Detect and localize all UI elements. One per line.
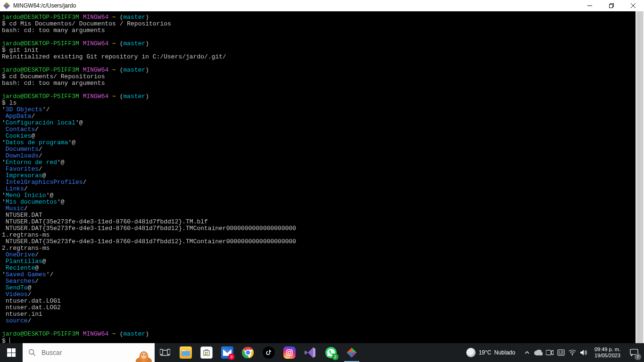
window-title: MINGW64:/c/Users/jardo bbox=[13, 2, 76, 9]
svg-rect-38 bbox=[546, 350, 551, 355]
svg-rect-22 bbox=[207, 352, 208, 354]
onedrive-icon bbox=[534, 350, 543, 355]
svg-marker-36 bbox=[352, 353, 357, 358]
search-mascot bbox=[133, 343, 155, 362]
svg-rect-18 bbox=[167, 349, 170, 354]
windows-logo-icon bbox=[7, 348, 16, 357]
svg-point-45 bbox=[572, 354, 573, 355]
instagram-icon bbox=[283, 346, 296, 359]
mail-button[interactable]: 9 bbox=[217, 343, 238, 362]
instagram-button[interactable] bbox=[279, 343, 300, 362]
search-icon bbox=[23, 349, 41, 356]
ime-button[interactable] bbox=[556, 343, 566, 362]
scrollbar-thumb[interactable] bbox=[636, 11, 643, 343]
svg-rect-20 bbox=[204, 351, 209, 355]
clock-time: 09:49 p. m. bbox=[594, 346, 620, 353]
visual-studio-icon bbox=[304, 346, 316, 359]
git-bash-button[interactable] bbox=[341, 343, 362, 362]
wifi-button[interactable] bbox=[567, 343, 578, 362]
ms-store-icon bbox=[200, 346, 213, 359]
tiktok-icon bbox=[263, 346, 275, 359]
svg-point-9 bbox=[29, 350, 34, 354]
file-explorer-button[interactable] bbox=[175, 343, 196, 362]
weather-icon bbox=[466, 348, 476, 357]
svg-point-13 bbox=[141, 353, 146, 359]
tray-chevron-icon bbox=[525, 350, 529, 355]
svg-rect-17 bbox=[160, 349, 163, 354]
svg-marker-2 bbox=[7, 6, 10, 9]
whatsapp-badge: 2 bbox=[332, 354, 339, 360]
meet-now-icon bbox=[546, 350, 553, 355]
app-icon bbox=[3, 2, 10, 9]
svg-marker-35 bbox=[352, 348, 357, 353]
notifications-button[interactable]: 7 bbox=[624, 343, 644, 362]
notifications-badge: 7 bbox=[635, 354, 641, 360]
svg-marker-1 bbox=[7, 2, 10, 6]
svg-rect-6 bbox=[610, 5, 613, 8]
start-button[interactable] bbox=[0, 343, 23, 362]
clock-date: 19/05/2023 bbox=[594, 353, 620, 359]
svg-point-31 bbox=[288, 351, 291, 354]
file-explorer-icon bbox=[180, 346, 192, 359]
svg-point-14 bbox=[142, 354, 143, 355]
close-button[interactable] bbox=[622, 0, 644, 11]
tiktok-button[interactable] bbox=[258, 343, 279, 362]
taskbar-clock[interactable]: 09:49 p. m. 19/05/2023 bbox=[591, 346, 624, 359]
meet-now-button[interactable] bbox=[545, 343, 555, 362]
chrome-button[interactable] bbox=[238, 343, 258, 362]
svg-marker-37 bbox=[347, 353, 352, 358]
minimize-button[interactable] bbox=[579, 0, 601, 11]
git-bash-icon bbox=[346, 347, 357, 358]
svg-point-15 bbox=[145, 354, 146, 355]
terminal-output[interactable]: jardo@DESKTOP-P5IFF3M MINGW64 ~ (master)… bbox=[0, 11, 636, 343]
svg-marker-3 bbox=[3, 6, 7, 9]
volume-button[interactable] bbox=[578, 343, 589, 362]
search-placeholder: Buscar bbox=[41, 349, 133, 356]
task-view-button[interactable] bbox=[155, 343, 175, 362]
svg-rect-23 bbox=[205, 354, 206, 355]
svg-rect-21 bbox=[205, 352, 206, 354]
ms-store-button[interactable] bbox=[196, 343, 217, 362]
chrome-icon bbox=[242, 346, 254, 359]
taskbar: Buscar 9 2 19°C Nublado 09:49 p. m. 19/0… bbox=[0, 343, 644, 362]
ime-icon bbox=[557, 349, 565, 356]
volume-icon bbox=[580, 349, 587, 356]
system-tray bbox=[520, 343, 591, 362]
task-view-icon bbox=[160, 347, 170, 358]
svg-line-10 bbox=[33, 354, 35, 355]
mail-badge: 9 bbox=[228, 354, 235, 360]
window-titlebar: MINGW64:/c/Users/jardo bbox=[0, 0, 644, 11]
wifi-icon bbox=[569, 350, 576, 355]
taskbar-search[interactable]: Buscar bbox=[23, 343, 155, 362]
svg-rect-19 bbox=[182, 351, 190, 356]
svg-point-32 bbox=[291, 350, 292, 351]
whatsapp-button[interactable]: 2 bbox=[321, 343, 341, 362]
weather-temp: 19°C bbox=[479, 349, 491, 356]
visual-studio-button[interactable] bbox=[300, 343, 321, 362]
onedrive-tray-button[interactable] bbox=[533, 343, 544, 362]
vertical-scrollbar[interactable] bbox=[636, 11, 644, 343]
weather-desc: Nublado bbox=[494, 349, 515, 356]
tray-chevron-button[interactable] bbox=[522, 343, 532, 362]
maximize-button[interactable] bbox=[601, 0, 622, 11]
svg-rect-24 bbox=[207, 354, 208, 355]
weather-widget[interactable]: 19°C Nublado bbox=[462, 348, 520, 357]
